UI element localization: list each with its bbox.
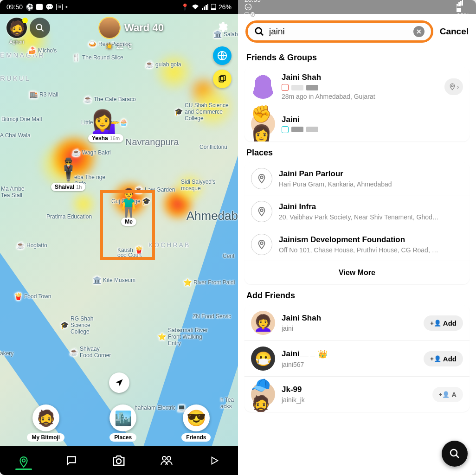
settings-button[interactable]: [213, 18, 232, 36]
poi-cushah[interactable]: 🎓CU Shah Science and Commerce College: [174, 102, 230, 122]
friend-shaival-name: Shaival: [55, 184, 74, 190]
corner-friend-name: Aghori: [9, 39, 24, 45]
recenter-button[interactable]: [109, 372, 129, 393]
poi-sabarmati[interactable]: ⭐Sabarmati River Front Walking Entry: [158, 327, 213, 347]
friend-pin-yesha[interactable]: 💁‍♀️ Yesha16m: [88, 111, 123, 142]
poi-conflict[interactable]: Conflictoriu: [199, 144, 227, 150]
section-add-friends: Add Friends: [246, 291, 468, 301]
pin-icon: [251, 168, 272, 189]
my-avatar-corner[interactable]: 🧔 Aghori: [6, 18, 27, 45]
my-bitmoji-card[interactable]: 🧔 My Bitmoji: [27, 404, 64, 442]
place-result-1[interactable]: Jaini Pan ParlourHari Pura Gram, Kankari…: [244, 162, 470, 195]
poi-shivaay[interactable]: ☕Shivaay Food Corner: [70, 346, 111, 359]
poi-foodtown[interactable]: 🍟Food Town: [14, 292, 51, 301]
addfriend-3[interactable]: 🧢🧔 Jk-99jainik_jk +👤A: [244, 376, 470, 412]
poi-wagh[interactable]: ☕Wagh Bakri: [72, 148, 111, 157]
nav-camera[interactable]: [109, 450, 129, 471]
clear-search-button[interactable]: ✕: [413, 26, 425, 37]
svg-point-17: [260, 176, 263, 179]
highlight-me-location: [100, 190, 155, 260]
poi-hoglatto[interactable]: ☕Hoglatto: [16, 241, 47, 250]
friend-pin-shaival[interactable]: 🕴️ Shaival1h: [51, 160, 85, 191]
poi-bitmojimall[interactable]: Bitmoji One Mall: [1, 116, 42, 122]
weather-display: ☀️22 °C: [105, 43, 132, 50]
poi-sidi[interactable]: Sidi Saiyyed's mosque: [181, 179, 223, 192]
status-bar-right: 20:59 m ✆ 68%: [238, 0, 476, 14]
friend-result-2[interactable]: ✊👩 Jaini: [244, 106, 470, 141]
status-time-r: 20:59: [244, 0, 261, 3]
location-title[interactable]: Ward 40: [99, 18, 164, 38]
poi-gulab[interactable]: ☕gulab gola: [145, 60, 181, 69]
friend-result-1[interactable]: Jaini Shah 28m ago in Ahmedabad, Gujarat…: [244, 67, 470, 106]
poi-micho[interactable]: 🍰Micho's: [28, 46, 57, 55]
nav-play[interactable]: [204, 450, 225, 471]
nav-friends[interactable]: [156, 450, 177, 471]
poi-baraco[interactable]: ☕The Cafe Baraco: [84, 95, 136, 103]
search-input[interactable]: [269, 26, 409, 37]
map-search-button[interactable]: [30, 18, 50, 38]
bottom-nav: [0, 446, 238, 475]
svg-point-16: [451, 85, 453, 87]
addfriend-2[interactable]: 😷 Jaini__ _👑jaini567 +👤Add: [244, 340, 470, 376]
district-navrangpura: Navrangpura: [125, 137, 179, 148]
more-dot-icon: •: [65, 3, 68, 11]
my-bitmoji-label: My Bitmoji: [27, 433, 64, 442]
svg-point-10: [167, 456, 171, 460]
search-icon: [254, 26, 264, 37]
friend-yesha-name: Yesha: [92, 135, 108, 141]
map-canvas[interactable]: EMNAGAR RUKUL 🍛Real Paprika 🏛️Salaba 🍴Th…: [0, 14, 238, 446]
section-friends-groups: Friends & Groups: [246, 53, 468, 63]
friend-1-sub: 28m ago in Ahmedabad, Gujarat: [282, 93, 438, 100]
addfriend-1[interactable]: 👩‍🦱 Jaini Shahjaini +👤Add: [244, 305, 470, 340]
poi-znfood[interactable]: ZN Food Servic: [193, 313, 231, 320]
svg-point-19: [260, 242, 263, 245]
add-button-1[interactable]: +👤Add: [424, 315, 463, 331]
search-fab[interactable]: [442, 441, 468, 467]
cards-button[interactable]: [213, 70, 232, 88]
svg-rect-14: [458, 6, 460, 6]
add-button-2[interactable]: +👤Add: [424, 351, 463, 366]
place-result-3[interactable]: Jainism Development FoundationOff No 101…: [244, 228, 470, 261]
pin-icon: [251, 201, 272, 222]
poi-chai[interactable]: A Chai Wala: [0, 132, 31, 139]
poi-tea[interactable]: Ma Ambe Tea Stall: [1, 186, 33, 199]
battery-icon: [211, 4, 216, 10]
pin-icon: [251, 234, 272, 255]
friends-label: Friends: [181, 433, 211, 442]
poi-riverfront[interactable]: ⭐River Front Paldi: [183, 278, 235, 287]
places-card[interactable]: 🏙️ Places: [109, 404, 136, 442]
search-input-wrap: ✕: [245, 20, 433, 43]
svg-point-20: [450, 449, 457, 456]
add-button-3[interactable]: +👤A: [432, 387, 463, 402]
battery-pct: 26%: [219, 3, 232, 11]
nav-active-indicator: [15, 469, 32, 470]
battery-icon-r: [457, 6, 470, 12]
status-time: 09:50: [6, 3, 23, 11]
svg-point-11: [245, 4, 251, 10]
app-icon: [36, 4, 43, 10]
signal-icon: [202, 4, 208, 10]
nav-chat[interactable]: [61, 450, 82, 471]
place-result-2[interactable]: Jaini Infra20, Vaibhav Park Society, Nea…: [244, 195, 470, 228]
chat-bubble-icon: 💬: [45, 3, 53, 11]
svg-point-3: [37, 25, 42, 30]
view-more-button[interactable]: View More: [244, 261, 470, 284]
city-ahmedabad: Ahmedab: [187, 209, 238, 223]
cancel-button[interactable]: Cancel: [440, 26, 469, 37]
svg-point-7: [22, 459, 26, 462]
poi-akery[interactable]: akery: [0, 350, 13, 357]
friends-card[interactable]: 😎 Friends: [181, 404, 211, 442]
friend-1-location-button[interactable]: ›: [444, 78, 463, 95]
soccer-icon: ⚽: [26, 3, 33, 11]
poi-roundslice[interactable]: 🍴The Round Slice: [72, 53, 123, 62]
status-bar-left: 09:50 ⚽ 💬 m • 📍 26%: [0, 0, 238, 14]
sun-icon: ☀️: [105, 43, 113, 50]
globe-button[interactable]: [213, 46, 232, 65]
wifi-icon: [192, 4, 199, 10]
poi-pratima[interactable]: Pratima Education: [46, 213, 92, 220]
poi-kite[interactable]: 🏛️Kite Museum: [93, 276, 135, 284]
poi-rgshah[interactable]: 🎓RG Shah Science College: [60, 315, 107, 335]
poi-r3[interactable]: 🏬R3 Mall: [29, 90, 58, 99]
section-places: Places: [246, 148, 468, 158]
poi-cent[interactable]: Cent: [223, 253, 234, 259]
